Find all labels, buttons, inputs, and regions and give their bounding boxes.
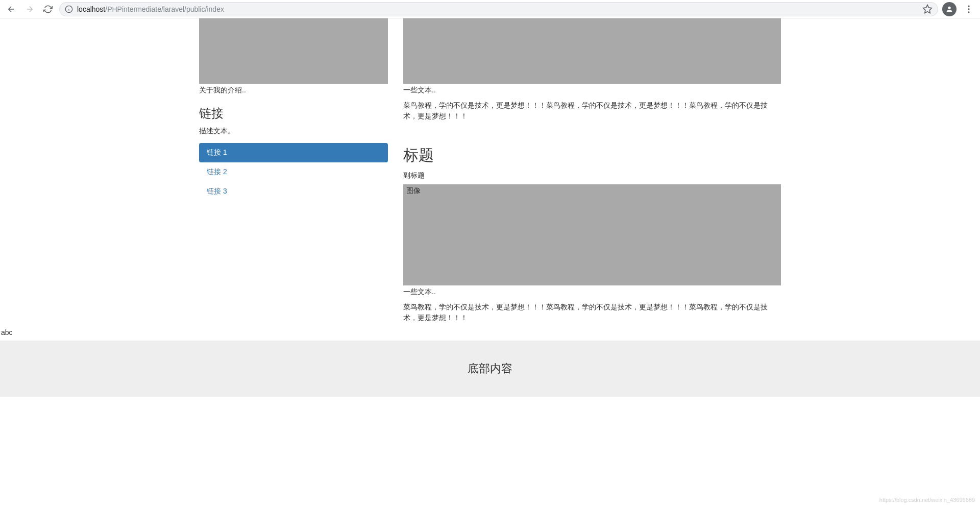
article-subtitle: 副标题 bbox=[403, 171, 781, 180]
url-host: localhost bbox=[77, 5, 105, 13]
link-item-2: 链接 2 bbox=[199, 162, 388, 182]
article-title: 标题 bbox=[403, 145, 781, 166]
abc-text: abc bbox=[0, 328, 980, 336]
profile-button[interactable] bbox=[942, 2, 957, 16]
main-content: 一些文本.. 菜鸟教程，学的不仅是技术，更是梦想！！！菜鸟教程，学的不仅是技术，… bbox=[403, 18, 781, 328]
link-item-3: 链接 3 bbox=[199, 182, 388, 201]
url-text: localhost/PHPintermediate/laravel/public… bbox=[77, 5, 918, 13]
bookmark-star-icon[interactable] bbox=[922, 4, 933, 14]
links-nav: 链接 1 链接 2 链接 3 bbox=[199, 143, 388, 201]
page-container: 关于我的介绍.. 链接 描述文本。 链接 1 链接 2 链接 3 一些文本.. … bbox=[191, 18, 789, 328]
toolbar-right bbox=[942, 2, 976, 16]
arrow-right-icon bbox=[25, 5, 34, 14]
link-2[interactable]: 链接 2 bbox=[199, 162, 388, 182]
svg-point-6 bbox=[968, 8, 969, 10]
sidebar-image-placeholder bbox=[199, 18, 388, 84]
reload-button[interactable] bbox=[41, 2, 55, 16]
article-image-label: 图像 bbox=[406, 186, 421, 195]
article-image-placeholder: 图像 bbox=[403, 184, 781, 285]
link-3[interactable]: 链接 3 bbox=[199, 182, 388, 201]
forward-button[interactable] bbox=[22, 2, 37, 16]
svg-point-4 bbox=[948, 6, 950, 9]
main-top-paragraph: 菜鸟教程，学的不仅是技术，更是梦想！！！菜鸟教程，学的不仅是技术，更是梦想！！！… bbox=[403, 100, 781, 122]
url-path: /PHPintermediate/laravel/public/index bbox=[105, 5, 224, 13]
article-paragraph: 菜鸟教程，学的不仅是技术，更是梦想！！！菜鸟教程，学的不仅是技术，更是梦想！！！… bbox=[403, 302, 781, 323]
svg-point-7 bbox=[968, 11, 969, 13]
reload-icon bbox=[43, 5, 53, 14]
info-icon bbox=[65, 5, 73, 13]
link-1[interactable]: 链接 1 bbox=[199, 143, 388, 162]
article-caption: 一些文本.. bbox=[403, 287, 781, 297]
browser-menu-button[interactable] bbox=[964, 4, 974, 14]
address-bar[interactable]: localhost/PHPintermediate/laravel/public… bbox=[59, 2, 938, 16]
watermark: https://blog.csdn.net/weixin_43696689 bbox=[879, 497, 975, 503]
links-description: 描述文本。 bbox=[199, 127, 388, 136]
sidebar: 关于我的介绍.. 链接 描述文本。 链接 1 链接 2 链接 3 bbox=[199, 18, 388, 328]
svg-point-5 bbox=[968, 5, 969, 7]
main-top-caption: 一些文本.. bbox=[403, 86, 781, 95]
links-heading: 链接 bbox=[199, 105, 388, 122]
footer-text: 底部内容 bbox=[0, 361, 980, 376]
arrow-left-icon bbox=[7, 5, 16, 14]
dots-vertical-icon bbox=[964, 4, 974, 14]
page-footer: 底部内容 bbox=[0, 341, 980, 397]
page-viewport[interactable]: 关于我的介绍.. 链接 描述文本。 链接 1 链接 2 链接 3 一些文本.. … bbox=[0, 18, 980, 505]
browser-toolbar: localhost/PHPintermediate/laravel/public… bbox=[0, 0, 980, 18]
link-item-1: 链接 1 bbox=[199, 143, 388, 162]
sidebar-about-caption: 关于我的介绍.. bbox=[199, 86, 388, 95]
svg-marker-3 bbox=[923, 5, 932, 13]
main-top-image-placeholder bbox=[403, 18, 781, 84]
user-icon bbox=[945, 5, 953, 13]
back-button[interactable] bbox=[4, 2, 18, 16]
